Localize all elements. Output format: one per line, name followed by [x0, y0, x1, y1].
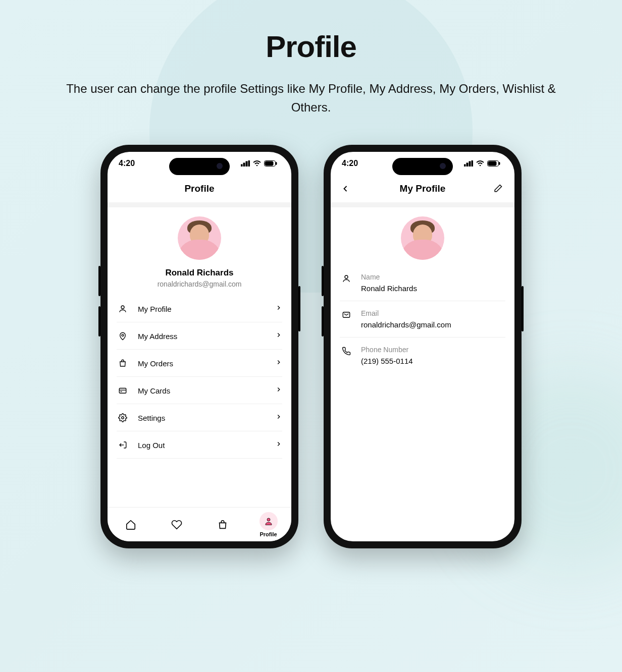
svg-rect-16 — [464, 164, 465, 166]
battery-icon — [264, 160, 277, 166]
menu-item-my-orders[interactable]: My Orders — [108, 350, 291, 377]
profile-email: ronaldrichards@gmail.com — [158, 280, 242, 288]
menu-item-log-out[interactable]: Log Out — [108, 431, 291, 459]
appbar-title: Profile — [184, 183, 214, 194]
svg-rect-6 — [265, 161, 273, 165]
svg-rect-10 — [119, 388, 126, 394]
status-time: 4:20 — [342, 159, 358, 168]
chevron-right-icon — [275, 359, 282, 368]
phone-icon — [340, 346, 353, 356]
menu-item-my-address[interactable]: My Address — [108, 322, 291, 350]
menu-item-my-profile[interactable]: My Profile — [108, 295, 291, 322]
edit-button[interactable] — [488, 179, 507, 198]
svg-point-20 — [480, 165, 481, 166]
tab-home[interactable] — [115, 519, 146, 530]
svg-rect-7 — [276, 162, 277, 165]
profile-name: Ronald Richards — [165, 268, 233, 278]
svg-point-4 — [256, 165, 258, 166]
mail-icon — [340, 309, 353, 319]
logout-icon — [117, 440, 129, 450]
page-title: Profile — [0, 29, 622, 64]
detail-row-phone: Phone Number (219) 555-0114 — [340, 338, 505, 373]
status-icons — [464, 160, 500, 166]
tab-cart[interactable] — [207, 519, 238, 530]
svg-rect-1 — [243, 163, 245, 166]
appbar-title: My Profile — [400, 183, 446, 194]
gear-icon — [117, 413, 129, 422]
svg-rect-3 — [248, 160, 250, 166]
person-icon — [264, 517, 273, 526]
chevron-left-icon — [340, 184, 350, 194]
detail-row-name: Name Ronald Richards — [340, 265, 505, 301]
appbar: My Profile — [331, 175, 514, 202]
field-value: Ronald Richards — [361, 284, 505, 293]
chevron-right-icon — [275, 413, 282, 422]
chevron-right-icon — [275, 386, 282, 395]
heart-icon — [171, 519, 182, 530]
bag-icon — [117, 359, 129, 368]
detail-row-email: Email ronaldrichards@gmail.com — [340, 301, 505, 338]
menu-item-settings[interactable]: Settings — [108, 404, 291, 431]
wifi-icon — [476, 160, 484, 166]
home-icon — [125, 519, 136, 530]
svg-rect-2 — [246, 161, 247, 166]
avatar[interactable] — [401, 216, 444, 260]
phone-my-profile-detail: 4:20 My Profile — [324, 145, 522, 548]
signal-icon — [464, 160, 473, 166]
avatar[interactable] — [178, 216, 221, 260]
svg-rect-23 — [499, 162, 500, 165]
chevron-right-icon — [275, 331, 282, 341]
field-label: Email — [361, 309, 505, 317]
wifi-icon — [253, 160, 261, 166]
status-icons — [241, 160, 277, 166]
appbar: Profile — [108, 175, 291, 202]
back-button[interactable] — [336, 179, 355, 198]
menu-label: My Orders — [138, 359, 275, 368]
chevron-right-icon — [275, 304, 282, 313]
svg-rect-17 — [467, 163, 468, 166]
svg-point-15 — [267, 518, 270, 521]
card-icon — [117, 386, 129, 395]
svg-rect-18 — [469, 161, 471, 166]
menu-label: Settings — [138, 414, 275, 422]
battery-icon — [487, 160, 500, 166]
tab-profile[interactable]: Profile — [253, 512, 284, 537]
svg-rect-19 — [472, 160, 473, 166]
page-subtitle: The user can change the profile Settings… — [0, 79, 622, 117]
svg-rect-0 — [241, 164, 242, 166]
divider — [331, 202, 514, 207]
menu-label: My Profile — [138, 305, 275, 313]
tab-label: Profile — [260, 531, 277, 537]
svg-point-8 — [121, 306, 124, 309]
svg-rect-22 — [488, 161, 496, 165]
phone-profile-list: 4:20 Profile Ronald Richards ronaldr — [100, 145, 298, 548]
menu-label: My Address — [138, 332, 275, 341]
tab-bar: Profile — [108, 507, 291, 541]
pencil-icon — [493, 184, 503, 194]
signal-icon — [241, 160, 250, 166]
svg-point-9 — [122, 334, 124, 337]
menu-label: Log Out — [138, 441, 275, 450]
menu-item-my-cards[interactable]: My Cards — [108, 377, 291, 404]
tab-wishlist[interactable] — [161, 519, 192, 530]
chevron-right-icon — [275, 440, 282, 450]
divider — [108, 202, 291, 207]
bag-icon — [217, 519, 228, 530]
menu-label: My Cards — [138, 386, 275, 395]
svg-point-24 — [345, 275, 348, 278]
location-icon — [117, 331, 129, 341]
svg-point-13 — [122, 417, 124, 419]
field-value: (219) 555-0114 — [361, 357, 505, 365]
person-icon — [340, 273, 353, 283]
person-icon — [117, 304, 129, 313]
field-label: Phone Number — [361, 346, 505, 354]
status-time: 4:20 — [119, 159, 135, 168]
field-value: ronaldrichards@gmail.com — [361, 320, 505, 329]
field-label: Name — [361, 273, 505, 281]
